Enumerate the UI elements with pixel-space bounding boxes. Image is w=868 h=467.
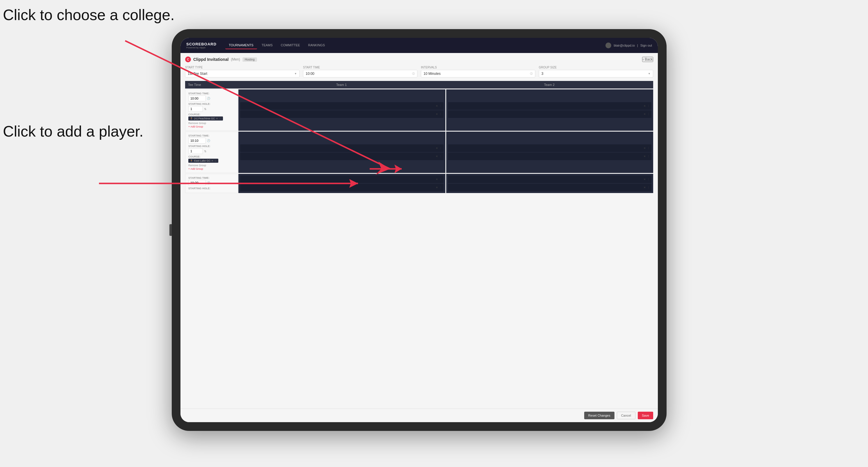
edit-course-icon-2[interactable]: ⋮ xyxy=(214,160,217,162)
clock-icon-2: 🕐 xyxy=(207,139,210,142)
nav-links: TOURNAMENTS TEAMS COMMITTEE RANKINGS xyxy=(225,42,606,49)
more-icon[interactable]: ⋮ xyxy=(439,104,442,107)
list-item[interactable]: ✕ ⋮ xyxy=(448,145,651,152)
close-icon[interactable]: ✕ xyxy=(436,186,438,189)
close-icon[interactable]: ✕ xyxy=(644,104,646,107)
user-email: blair@clippd.io xyxy=(614,44,634,47)
more-icon[interactable]: ⋮ xyxy=(439,155,442,158)
more-icon[interactable]: ⋮ xyxy=(647,178,650,181)
course-section-1: COURSE: 🏌 (A) Peachtree GC ✕ ⋮ Remove Gr… xyxy=(188,113,234,128)
remove-group-link-1[interactable]: Remove Group xyxy=(188,122,234,125)
group-size-group: Group Size 3 ▼ xyxy=(539,66,653,77)
left-cell-3: STARTING TIME: 🕐 STARTING HOLE: xyxy=(185,174,238,193)
course-badge-2: 🏌 East Lake GC ✕ ⋮ xyxy=(188,159,218,163)
table-row: STARTING TIME: 🕐 STARTING HOLE: ⇅ COURSE… xyxy=(185,89,653,131)
list-item[interactable]: ✕ ⋮ xyxy=(240,102,444,110)
team2-header: Team 2 xyxy=(445,81,653,89)
chevron-down-icon: ▼ xyxy=(294,72,297,75)
content-area: C Clippd Invitational (Men) Hosting ‹ Ba… xyxy=(181,53,658,408)
close-icon[interactable]: ✕ xyxy=(436,155,438,158)
close-icon[interactable]: ✕ xyxy=(436,147,438,150)
reset-changes-button[interactable]: Reset Changes xyxy=(584,412,615,419)
close-icon[interactable]: ✕ xyxy=(644,147,646,150)
more-icon[interactable]: ⋮ xyxy=(439,178,442,181)
list-item[interactable]: ✕ ⋮ xyxy=(240,176,444,183)
save-button[interactable]: Save xyxy=(638,412,653,419)
chevron-down-icon-2: ▼ xyxy=(648,72,651,75)
schedule-container: Tee Time Team 1 Team 2 STARTING TIME: 🕐 … xyxy=(185,81,653,193)
close-icon[interactable]: ✕ xyxy=(644,186,646,189)
sign-out-link[interactable]: Sign out xyxy=(640,44,652,47)
brand: SCOREBOARD Powered by clippd xyxy=(186,42,217,49)
close-icon[interactable]: ✕ xyxy=(436,178,438,181)
more-icon[interactable]: ⋮ xyxy=(647,104,650,107)
table-row: STARTING TIME: 🕐 STARTING HOLE: ✕ ⋮ xyxy=(185,174,653,193)
more-icon[interactable]: ⋮ xyxy=(647,113,650,116)
avatar xyxy=(606,42,611,48)
start-type-select[interactable]: 1st Tee Start ▼ xyxy=(185,70,300,77)
more-icon[interactable]: ⋮ xyxy=(439,186,442,189)
nav-teams[interactable]: TEAMS xyxy=(258,42,276,49)
close-icon[interactable]: ✕ xyxy=(436,113,438,116)
start-time-input[interactable]: 10:00 ⓘ xyxy=(303,70,417,77)
info-icon: ⓘ xyxy=(412,72,415,76)
list-item[interactable]: ✕ ⋮ xyxy=(448,110,651,118)
tablet-screen: SCOREBOARD Powered by clippd TOURNAMENTS… xyxy=(181,38,658,422)
nav-rankings[interactable]: RANKINGS xyxy=(305,42,328,49)
remove-course-icon-2[interactable]: ✕ xyxy=(211,160,213,162)
page-header: C Clippd Invitational (Men) Hosting ‹ Ba… xyxy=(185,57,653,62)
bottom-bar: Reset Changes Cancel Save xyxy=(181,408,658,422)
close-icon[interactable]: ✕ xyxy=(644,113,646,116)
course-section-2: COURSE: 🏌 East Lake GC ✕ ⋮ Remove Group xyxy=(188,155,234,170)
nav-tournaments[interactable]: TOURNAMENTS xyxy=(225,42,257,49)
more-icon[interactable]: ⋮ xyxy=(439,113,442,116)
edit-course-icon[interactable]: ⋮ xyxy=(219,117,221,120)
remove-course-icon[interactable]: ✕ xyxy=(216,117,218,120)
time-input-2[interactable] xyxy=(188,138,206,144)
left-cell-1: STARTING TIME: 🕐 STARTING HOLE: ⇅ COURSE… xyxy=(185,89,238,131)
more-icon[interactable]: ⋮ xyxy=(647,155,650,158)
nav-committee[interactable]: COMMITTEE xyxy=(277,42,304,49)
close-icon[interactable]: ✕ xyxy=(644,178,646,181)
time-input-1[interactable] xyxy=(188,95,206,101)
time-input-3[interactable] xyxy=(188,180,206,186)
list-item[interactable]: ✕ ⋮ xyxy=(240,153,444,160)
more-icon[interactable]: ⋮ xyxy=(647,186,650,189)
add-group-link-2[interactable]: + Add Group xyxy=(188,167,234,170)
group-size-select[interactable]: 3 ▼ xyxy=(539,70,653,77)
remove-group-link-2[interactable]: Remove Group xyxy=(188,164,234,167)
list-item[interactable]: ✕ ⋮ xyxy=(240,110,444,118)
cancel-button[interactable]: Cancel xyxy=(617,412,636,419)
intervals-group: Intervals 10 Minutes ⓘ xyxy=(421,66,535,77)
list-item[interactable]: ✕ ⋮ xyxy=(240,184,444,191)
list-item[interactable]: ✕ ⋮ xyxy=(448,153,651,160)
stepper-icon: ⇅ xyxy=(204,107,206,111)
start-type-group: Start Type 1st Tee Start ▼ xyxy=(185,66,300,77)
list-item[interactable]: ✕ ⋮ xyxy=(448,184,651,191)
list-item[interactable]: ✕ ⋮ xyxy=(448,176,651,183)
hole-input-2[interactable] xyxy=(188,148,203,154)
back-button[interactable]: ‹ Back xyxy=(642,57,653,62)
clock-icon-3: 🕐 xyxy=(207,181,210,184)
clock-icon: 🕐 xyxy=(207,97,210,100)
group-size-label: Group Size xyxy=(539,66,653,69)
close-icon[interactable]: ✕ xyxy=(436,104,438,107)
hole-input-1[interactable] xyxy=(188,106,203,112)
page-title-row: C Clippd Invitational (Men) Hosting xyxy=(185,57,642,62)
more-icon[interactable]: ⋮ xyxy=(647,147,650,150)
brand-title: SCOREBOARD xyxy=(186,42,217,46)
intervals-select[interactable]: 10 Minutes ⓘ xyxy=(421,70,535,77)
clippd-icon: C xyxy=(185,57,191,62)
more-icon[interactable]: ⋮ xyxy=(439,147,442,150)
start-time-label: Start Time xyxy=(303,66,417,69)
schedule-header: Tee Time Team 1 Team 2 xyxy=(185,81,653,89)
team2-cell-1: ✕ ⋮ ✕ ⋮ xyxy=(446,89,653,131)
list-item[interactable]: ✕ ⋮ xyxy=(448,102,651,110)
tablet-frame: SCOREBOARD Powered by clippd TOURNAMENTS… xyxy=(172,29,666,431)
nav-bar: SCOREBOARD Powered by clippd TOURNAMENTS… xyxy=(181,38,658,53)
list-item[interactable]: ✕ ⋮ xyxy=(240,145,444,152)
brand-sub: Powered by clippd xyxy=(186,46,217,49)
add-group-link-1[interactable]: + Add Group xyxy=(188,125,234,128)
close-icon[interactable]: ✕ xyxy=(644,155,646,158)
stepper-icon-2: ⇅ xyxy=(204,150,206,153)
